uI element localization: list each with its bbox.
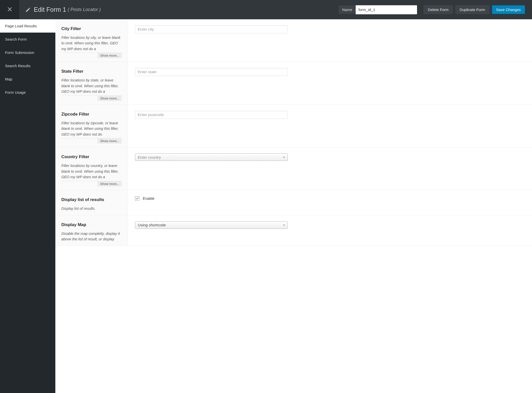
setting-title: Display Map	[61, 222, 122, 227]
settings-panel: City Filter Filter locations by city, or…	[55, 19, 532, 393]
sidebar-item-form-submission[interactable]: Form Submission	[0, 46, 55, 59]
setting-city-filter: City Filter Filter locations by city, or…	[55, 19, 532, 62]
setting-title: City Filter	[61, 26, 122, 31]
name-label: Name	[339, 6, 356, 14]
close-icon	[6, 6, 13, 14]
setting-desc: Display list of results.	[61, 206, 122, 211]
sidebar-item-search-form[interactable]: Search Form	[0, 33, 55, 46]
checkbox-label: Enable	[143, 196, 155, 201]
check-icon	[136, 197, 139, 200]
setting-desc: Disable the map completly, display it ab…	[61, 231, 122, 242]
duplicate-form-button[interactable]: Duplicate Form	[455, 5, 489, 14]
display-map-select[interactable]: Using shortcode	[135, 221, 288, 229]
city-filter-input[interactable]	[135, 25, 288, 33]
setting-title: Zipcode Filter	[61, 112, 122, 117]
page-title: Edit Form 1	[34, 6, 66, 13]
setting-desc: Filter locations by country, or leave bl…	[61, 163, 122, 180]
delete-form-button[interactable]: Delete Form	[424, 5, 453, 14]
close-button[interactable]	[0, 0, 19, 19]
show-more-link[interactable]: Show more...	[97, 53, 122, 58]
enable-results-checkbox[interactable]	[135, 196, 139, 201]
page-subtitle: ( Posts Locator )	[68, 7, 101, 12]
setting-title: Country Filter	[61, 154, 122, 159]
setting-display-results: Display list of results Display list of …	[55, 190, 532, 215]
setting-title: Display list of results	[61, 197, 122, 202]
setting-state-filter: State Filter Filter locations by state, …	[55, 62, 532, 105]
country-filter-select[interactable]: Enter country	[135, 153, 288, 161]
setting-display-map: Display Map Disable the map completly, d…	[55, 215, 532, 246]
show-more-link[interactable]: Show more...	[97, 181, 122, 186]
show-more-link[interactable]: Show more...	[97, 96, 122, 101]
save-changes-button[interactable]: Save Changes	[492, 5, 525, 14]
setting-title: State Filter	[61, 69, 122, 74]
top-bar: Edit Form 1 ( Posts Locator ) Name Delet…	[0, 0, 532, 19]
sidebar-item-page-load-results[interactable]: Page Load Results	[0, 19, 55, 33]
sidebar-item-map[interactable]: Map	[0, 72, 55, 86]
sidebar-item-form-usage[interactable]: Form Usage	[0, 86, 55, 99]
setting-desc: Filter locations by city, or leave blank…	[61, 35, 122, 52]
show-more-link[interactable]: Show more...	[97, 138, 122, 144]
setting-desc: Filter locations by state, or leave blan…	[61, 77, 122, 94]
sidebar-item-search-results[interactable]: Search Results	[0, 59, 55, 72]
sidebar: Page Load Results Search Form Form Submi…	[0, 19, 55, 393]
setting-zipcode-filter: Zipcode Filter Filter locations by zipco…	[55, 105, 532, 147]
form-name-input[interactable]	[356, 5, 417, 14]
edit-icon	[25, 7, 31, 13]
setting-country-filter: Country Filter Filter locations by count…	[55, 147, 532, 190]
setting-desc: Filter locations by zipcode, or leave bl…	[61, 120, 122, 137]
state-filter-input[interactable]	[135, 68, 288, 76]
zipcode-filter-input[interactable]	[135, 111, 288, 119]
